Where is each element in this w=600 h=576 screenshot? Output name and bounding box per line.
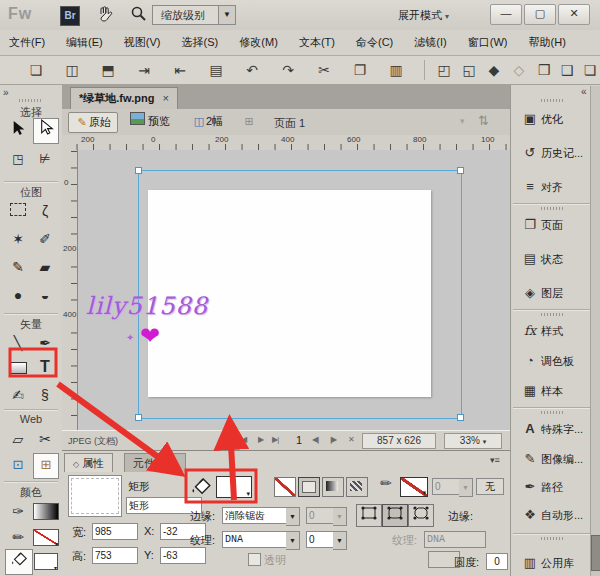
vertical-ruler[interactable]: 0 200 400 — [62, 150, 78, 430]
panel-history[interactable]: ↺历史记... — [519, 143, 583, 163]
freeform-tool[interactable]: ✍ — [6, 383, 30, 407]
crop-tool[interactable]: ⊭ — [33, 147, 57, 171]
zoom-level-dropdown[interactable]: ▼ 缩放级别 — [152, 5, 236, 25]
tab-properties[interactable]: ◇ 属性 — [64, 453, 113, 472]
show-slices-button[interactable]: ⊞ — [33, 453, 59, 479]
fill-color-swatch[interactable]: ▾ — [34, 553, 58, 570]
fill-none-button[interactable] — [274, 477, 296, 497]
fill-gradient-button[interactable] — [322, 477, 344, 497]
stop-button[interactable]: ✕ — [348, 435, 354, 444]
new-file-icon[interactable]: ❏ — [24, 59, 48, 81]
fill-color-swatch-properties[interactable]: ▾ — [216, 476, 252, 498]
close-button[interactable]: ✕ — [558, 4, 590, 25]
save-icon[interactable]: ◫ — [60, 59, 84, 81]
panel-common-library[interactable]: ▥公用库 — [519, 553, 574, 573]
y-input[interactable]: -63 — [160, 547, 206, 564]
next-state-button[interactable]: |▶ — [330, 435, 336, 444]
paste-icon[interactable]: ▥ — [384, 59, 408, 81]
panel-special-chars[interactable]: A特殊字... — [519, 419, 583, 439]
magnifier-icon[interactable] — [130, 5, 148, 25]
play-button[interactable]: ▶ — [258, 435, 263, 444]
copy-icon[interactable]: ❐ — [348, 59, 372, 81]
stroke-width-arrow[interactable]: ▼ — [459, 478, 473, 497]
menu-window[interactable]: 窗口(W) — [459, 30, 517, 50]
tab-symbol-properties[interactable]: 元件属性 — [124, 453, 186, 472]
bring-front-icon[interactable]: ❒ — [532, 59, 556, 81]
panel-grip[interactable] — [541, 411, 565, 414]
slice-tool[interactable]: ✂ — [33, 427, 57, 451]
height-input[interactable]: 753 — [92, 547, 138, 564]
pointer-tool[interactable] — [6, 119, 30, 143]
stroke-pencil-icon-properties[interactable]: ✏ — [380, 475, 392, 491]
menu-view[interactable]: 视图(V) — [115, 30, 170, 50]
select-behind-tool[interactable]: ◳ — [6, 147, 30, 171]
ungroup-icon[interactable]: ◱ — [457, 59, 481, 81]
split-icon[interactable]: ◇ — [507, 59, 531, 81]
first-page-button[interactable]: |◀ — [240, 435, 246, 444]
stroke-texture-dropdown[interactable]: DNA — [424, 531, 486, 548]
attach-to-path-tool[interactable]: § — [33, 383, 57, 407]
brush-tool[interactable]: ✐ — [33, 227, 57, 251]
stroke-color-swatch-properties[interactable]: ▾ — [400, 477, 428, 497]
texture-amount-arrow[interactable]: ▼ — [333, 531, 347, 550]
menu-commands[interactable]: 命令(C) — [347, 30, 402, 50]
canvas-pasteboard[interactable]: lily51588 ✦ ❤ — [78, 150, 510, 430]
panel-path[interactable]: ✒路径 — [519, 477, 563, 497]
group-icon[interactable]: ◰ — [432, 59, 456, 81]
stroke-color-tool[interactable]: ✏ — [6, 525, 30, 549]
bridge-icon[interactable]: Br — [60, 6, 80, 26]
corner-beveled-button[interactable] — [408, 504, 434, 527]
hand-tool-icon[interactable] — [96, 5, 114, 25]
marquee-tool[interactable] — [6, 199, 30, 223]
document-tab-close-icon[interactable]: × — [157, 92, 168, 104]
gradient-swatch[interactable] — [33, 503, 59, 520]
right-panel-scrollbar-thumb[interactable] — [591, 535, 600, 571]
import-icon[interactable]: ⇥ — [132, 59, 156, 81]
rectangle-tool[interactable] — [6, 357, 30, 381]
panel-auto-shapes[interactable]: ❖自动形... — [519, 505, 583, 525]
corner-normal-button[interactable] — [356, 504, 382, 527]
menu-filters[interactable]: 滤镜(I) — [405, 30, 455, 50]
panel-image-editing[interactable]: ✎图像编... — [519, 449, 583, 469]
selection-handle-br[interactable] — [457, 414, 464, 421]
zoom-indicator[interactable]: 33% ▾ — [444, 433, 502, 449]
bring-forward-icon[interactable]: ❑ — [555, 59, 579, 81]
undo-icon[interactable]: ↶ — [240, 59, 264, 81]
tab-2up[interactable]: ◫2幅 — [186, 112, 229, 131]
document-tab[interactable]: *绿草地.fw.png × — [70, 87, 178, 109]
panel-layers[interactable]: ◈图层 — [519, 283, 563, 303]
redo-icon[interactable]: ↷ — [276, 59, 300, 81]
zoom-level-dropdown-arrow[interactable]: ▼ — [218, 6, 235, 24]
menu-text[interactable]: 文本(T) — [290, 30, 344, 50]
selection-handle-tr[interactable] — [457, 167, 464, 174]
join-icon[interactable]: ◆ — [482, 59, 506, 81]
panels-collapse-icon[interactable]: « — [581, 86, 587, 97]
tab-preview[interactable]: 预览 — [124, 112, 176, 131]
prev-state-button[interactable]: ◀| — [312, 435, 318, 444]
panel-optimize[interactable]: ▣优化 — [519, 109, 563, 129]
pencil-tool[interactable]: ✎ — [6, 255, 30, 279]
tools-panel-expand-icon[interactable]: » — [3, 87, 9, 98]
menu-modify[interactable]: 修改(M) — [230, 30, 287, 50]
tab-original[interactable]: ✎原始 — [68, 112, 118, 133]
stamp-tool[interactable]: ◒ — [33, 283, 57, 307]
magic-wand-tool[interactable]: ✶ — [6, 227, 30, 251]
corner-rounded-button[interactable] — [382, 504, 408, 527]
menu-select[interactable]: 选择(S) — [173, 30, 228, 50]
hide-slices-button[interactable]: ⊡ — [6, 453, 30, 477]
tools-panel-grip[interactable] — [19, 99, 43, 102]
fill-pattern-button[interactable] — [346, 477, 368, 497]
stroke-color-swatch[interactable]: ▾ — [33, 529, 59, 546]
print-icon[interactable]: ▤ — [204, 59, 228, 81]
edge-amount-arrow[interactable]: ▼ — [333, 507, 347, 526]
panel-swatches[interactable]: ▦样本 — [519, 381, 563, 401]
panel-styles[interactable]: fx样式 — [519, 321, 563, 341]
stroke-category-box[interactable]: 无 — [476, 478, 504, 495]
menu-edit[interactable]: 编辑(E) — [57, 30, 112, 50]
selection-handle-tl[interactable] — [135, 167, 142, 174]
selection-handle-bl[interactable] — [135, 414, 142, 421]
panel-palette[interactable]: ◔调色板 — [519, 351, 574, 371]
text-tool[interactable]: T — [33, 355, 57, 379]
export-icon[interactable]: ⇤ — [168, 59, 192, 81]
open-icon[interactable]: ⬒ — [96, 59, 120, 81]
